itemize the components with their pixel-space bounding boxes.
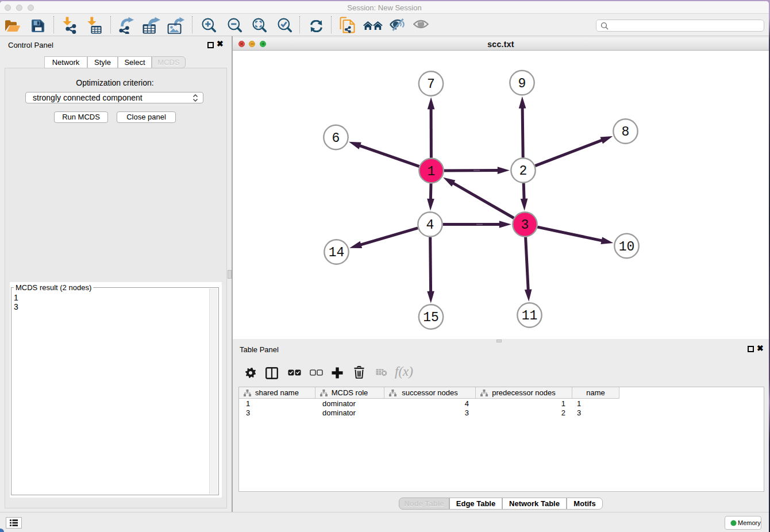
svg-text:7: 7	[427, 77, 435, 92]
svg-text:8: 8	[622, 125, 630, 140]
svg-text:3: 3	[521, 218, 529, 233]
svg-text:10: 10	[619, 240, 635, 255]
svg-text:2: 2	[519, 164, 528, 179]
svg-text:4: 4	[426, 218, 434, 233]
svg-text:9: 9	[518, 76, 526, 91]
svg-text:15: 15	[423, 310, 439, 325]
svg-text:1: 1	[428, 164, 436, 179]
svg-text:11: 11	[522, 309, 538, 323]
svg-text:6: 6	[332, 131, 340, 146]
svg-text:14: 14	[329, 245, 345, 260]
